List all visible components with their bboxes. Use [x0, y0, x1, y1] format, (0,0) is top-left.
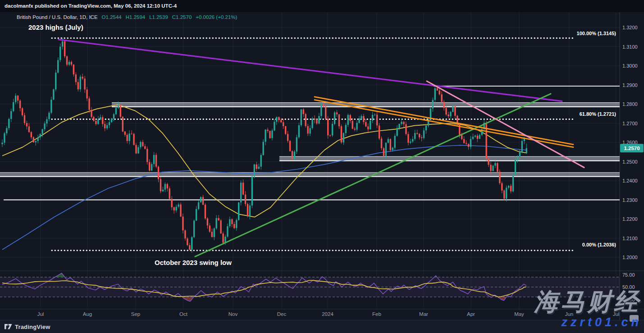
annotation-2023-highs: 2023 highs (July) — [28, 23, 83, 31]
watermark-chinese: 海马财经 — [534, 286, 640, 319]
watermark-url: zzrt01.cn — [561, 315, 642, 329]
ohlc-open: O1.2544 — [102, 14, 122, 20]
ohlc-low: L1.2539 — [149, 14, 168, 20]
fib-label-0: 0.00% (1.2036) — [582, 242, 616, 247]
price-tick-label: 1.3100 — [622, 44, 638, 50]
symbol-title[interactable]: British Pound / U.S. Dollar, 1D, ICE — [17, 14, 98, 20]
price-tick-label: 1.2000 — [622, 255, 638, 260]
price-tick-label: 1.2900 — [622, 82, 638, 88]
symbol-info-row: British Pound / U.S. Dollar, 1D, ICE O1.… — [17, 14, 237, 20]
footer-bar: TradingView — [0, 320, 644, 333]
price-tick-label: 1.2300 — [622, 197, 638, 203]
time-tick-label: Apr — [467, 311, 475, 317]
publisher-bar: dacolmanfx published on TradingView.com,… — [0, 0, 644, 12]
tradingview-published-chart: { "publisher_bar": { "text": "dacolmanfx… — [0, 0, 644, 333]
zone-support-1.2435 — [0, 173, 620, 177]
price-tick-label: 1.2100 — [622, 236, 638, 241]
time-tick-label: Mar — [419, 311, 428, 317]
rsi-tick-label: 75.00 — [622, 272, 635, 278]
price-tick-label: 1.2500 — [622, 159, 638, 164]
tradingview-logo-icon[interactable] — [5, 324, 12, 330]
price-tick-label: 1.2700 — [622, 121, 638, 126]
price-tick-label: 1.3000 — [622, 63, 638, 68]
time-tick-label: Sep — [131, 311, 140, 317]
publisher-text: dacolmanfx published on TradingView.com,… — [5, 3, 177, 9]
ohlc-close: C1.2570 — [172, 14, 192, 20]
time-tick-label: Nov — [228, 311, 238, 317]
ohlc-high: H1.2594 — [126, 14, 145, 20]
ohlc-change: +0.0026 (+0.21%) — [196, 14, 237, 20]
time-tick-label: Oct — [179, 311, 188, 317]
fib-label-618: 61.80% (1.2721) — [580, 111, 616, 117]
time-tick-label: Jul — [37, 311, 44, 317]
last-price-badge-text: 1.2570 — [624, 146, 639, 151]
annotation-october-swing-low: October 2023 swing low — [155, 259, 232, 266]
price-tick-label: 1.2800 — [622, 101, 638, 107]
time-tick-label: 2024 — [322, 311, 333, 317]
price-tick-label: 1.2400 — [622, 178, 638, 183]
time-tick-label: Dec — [277, 311, 287, 317]
tradingview-brand-text[interactable]: TradingView — [15, 324, 50, 330]
candlestick-chart-canvas[interactable]: 1.32001.31001.30001.29001.28001.27001.26… — [0, 0, 644, 333]
fib-label-100: 100.00% (1.3145) — [577, 31, 616, 36]
time-tick-label: Feb — [372, 311, 381, 317]
price-tick-label: 1.2200 — [622, 216, 638, 222]
time-tick-label: May — [514, 311, 524, 317]
price-tick-label: 1.3200 — [622, 25, 638, 30]
time-tick-label: Aug — [83, 311, 92, 317]
